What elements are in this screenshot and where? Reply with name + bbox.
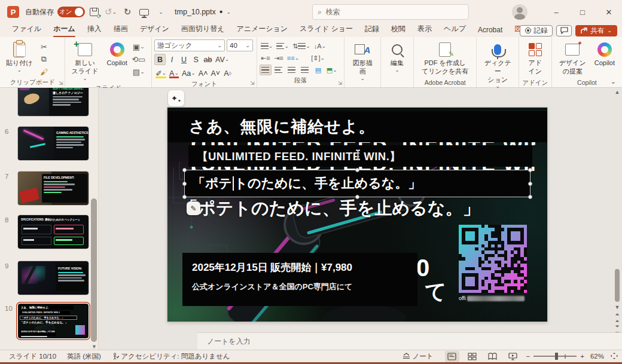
cut-button[interactable]: ✂: [38, 41, 51, 52]
thumbnail-slide-5[interactable]: SOFT FINGER DRIVE: 優しさのテクノロジー: [18, 88, 89, 116]
tab-home[interactable]: ホーム: [47, 23, 81, 37]
clipboard-dialog-launcher[interactable]: ⇲: [59, 80, 63, 86]
tab-animations[interactable]: アニメーション: [230, 23, 294, 37]
tab-design[interactable]: デザイン: [134, 23, 175, 37]
font-color-button[interactable]: A⌄: [168, 68, 180, 79]
reading-view-button[interactable]: [486, 351, 500, 362]
zoom-in-button[interactable]: +: [580, 353, 584, 360]
slide-layout-button[interactable]: ▣⌄: [132, 41, 145, 52]
zoom-level[interactable]: 62%: [590, 353, 604, 360]
align-text-button[interactable]: [⇕]⌄: [310, 53, 326, 63]
font-dialog-launcher[interactable]: ⇲: [250, 80, 255, 86]
format-painter-button[interactable]: 🖌: [38, 66, 51, 77]
numbering-button[interactable]: ⌄: [275, 41, 290, 51]
thumbnail-slide-6[interactable]: GAMING AESTHETICS:: [18, 127, 89, 160]
collapse-ribbon-button[interactable]: ⌄: [611, 78, 616, 85]
tab-file[interactable]: ファイル: [6, 23, 47, 37]
slide-counter[interactable]: スライド 10/10: [4, 352, 62, 361]
thumbnail-slide-10[interactable]: さあ、無限に補給せよ。 【UNLIMITED FEED. INFINITE WI…: [18, 304, 89, 338]
justify-button[interactable]: [299, 65, 311, 75]
vertical-scrollbar[interactable]: ▲ ▼ ⏶⏶ ⏷⏷: [614, 88, 621, 350]
grow-font-button[interactable]: A˄: [197, 68, 209, 79]
resize-handle-w[interactable]: [182, 182, 187, 186]
zoom-track[interactable]: [533, 356, 577, 357]
zoom-out-button[interactable]: −: [526, 353, 530, 360]
close-button[interactable]: ✕: [596, 0, 622, 24]
text-highlight-button[interactable]: ✐⌄: [154, 68, 167, 79]
thumbnail-scrollbar[interactable]: [91, 198, 97, 342]
scroll-down-icon[interactable]: ▼: [614, 304, 621, 310]
tab-draw[interactable]: 描画: [108, 23, 134, 37]
normal-view-button[interactable]: [445, 351, 459, 362]
paste-button[interactable]: 貼り付け ⌄: [2, 39, 36, 75]
search-input[interactable]: ⌕ 検索: [312, 4, 469, 20]
tab-review[interactable]: 校閲: [385, 23, 411, 37]
accessibility-status[interactable]: アクセシビリティ: 問題ありません: [106, 352, 236, 361]
decrease-indent-button[interactable]: ⇤≡: [260, 53, 272, 63]
start-slideshow-button[interactable]: [136, 4, 152, 20]
autosave-toggle[interactable]: オン: [57, 7, 85, 17]
resize-handle-ne[interactable]: [528, 168, 532, 172]
clear-formatting-button[interactable]: A◊: [222, 68, 233, 79]
addins-button[interactable]: アド イン: [525, 39, 546, 78]
italic-button[interactable]: I: [166, 54, 178, 65]
thumbnail-slide-8[interactable]: SPECIFICATIONS: 勝利のためのスペックシート: [18, 215, 89, 249]
align-right-button[interactable]: [286, 65, 298, 75]
notes-pane[interactable]: ノートを入力: [197, 332, 622, 350]
scroll-up-icon[interactable]: ▲: [614, 89, 621, 95]
undo-button[interactable]: ↺⌄: [103, 4, 118, 20]
font-size-select[interactable]: 40⌄: [227, 39, 253, 51]
increase-indent-button[interactable]: ⇥≡: [273, 53, 285, 63]
underline-button[interactable]: U: [178, 54, 190, 65]
tagline-textbox[interactable]: 「ポテトのために、手を止めるな。」: [184, 170, 530, 197]
tab-transitions[interactable]: 画面切り替え: [175, 23, 231, 37]
customize-quick-access-button[interactable]: ⌄: [153, 4, 169, 20]
resize-handle-s[interactable]: [355, 195, 359, 199]
arrange-shapes-button[interactable]: ⬒⌄: [325, 65, 339, 75]
autosave-control[interactable]: 自動保存 オン: [25, 7, 85, 17]
dictation-button[interactable]: ディクテー ション ⌄: [479, 39, 516, 91]
slideshow-view-button[interactable]: [506, 351, 520, 362]
save-button[interactable]: [86, 4, 102, 20]
thumbnail-slide-9[interactable]: FUTURE VISION:: [18, 261, 89, 295]
previous-slide-button[interactable]: ⏶⏶: [614, 311, 621, 325]
convert-smartart-button[interactable]: ▤: [312, 65, 324, 75]
font-name-select[interactable]: 游ゴシック⌄: [154, 39, 225, 51]
thumbnail-scroll-down-icon[interactable]: ▼: [92, 344, 97, 350]
create-pdf-button[interactable]: PDF を作成し てリンクを共有: [418, 39, 472, 78]
comments-button[interactable]: [556, 25, 572, 36]
paragraph-dialog-launcher[interactable]: ⇲: [338, 80, 343, 86]
columns-button[interactable]: ≡≡⌄: [286, 53, 300, 63]
zoom-slider[interactable]: − +: [526, 353, 584, 360]
record-button[interactable]: 記録: [520, 25, 553, 36]
shapes-drawing-button[interactable]: 図形描画 ⌄: [347, 39, 378, 83]
slide-sorter-view-button[interactable]: [465, 351, 480, 362]
text-shadow-button[interactable]: S: [190, 54, 202, 65]
minimize-button[interactable]: –: [543, 0, 569, 24]
language-indicator[interactable]: 英語 (米国): [62, 352, 106, 361]
character-spacing-button[interactable]: AV⌄: [214, 54, 230, 65]
resize-handle-e[interactable]: [528, 182, 532, 186]
editing-button[interactable]: 編集 ⌄: [387, 39, 407, 75]
reset-slide-button[interactable]: ⟲▭: [132, 54, 145, 65]
text-direction-button[interactable]: ↓A⌄: [313, 41, 327, 51]
designer-sparkle-button[interactable]: ✦✦: [168, 90, 184, 106]
resize-handle-se[interactable]: [528, 195, 532, 199]
release-info-box[interactable]: 2025年12月15日 販売開始｜¥7,980 公式オンラインストア＆全国のPC…: [182, 253, 417, 306]
copilot-ribbon-button[interactable]: Copilot: [103, 39, 131, 69]
resize-handle-sw[interactable]: [182, 195, 187, 199]
tab-slideshow[interactable]: スライド ショー: [294, 23, 359, 37]
redo-button[interactable]: ↻: [120, 4, 135, 20]
thumbnail-slide-7[interactable]: FILE DEVELOPMENT:: [18, 172, 89, 205]
share-button[interactable]: 共有 ⌄: [575, 25, 617, 36]
tab-help[interactable]: ヘルプ: [438, 23, 472, 37]
shrink-font-button[interactable]: A˅: [209, 68, 221, 79]
align-center-button[interactable]: [273, 65, 285, 75]
fit-to-window-button[interactable]: [610, 352, 618, 361]
slide-editor[interactable]: 【UNLIMITED FEED. INFINITE WIN.】 【UNLIMIT…: [167, 108, 547, 322]
pen-edit-button[interactable]: ✎: [187, 201, 200, 215]
bullets-button[interactable]: ⌄: [260, 41, 275, 51]
strikethrough-button[interactable]: ab: [202, 54, 214, 65]
line-spacing-button[interactable]: ⇅⌄: [291, 41, 312, 51]
bold-button[interactable]: B: [154, 54, 166, 65]
